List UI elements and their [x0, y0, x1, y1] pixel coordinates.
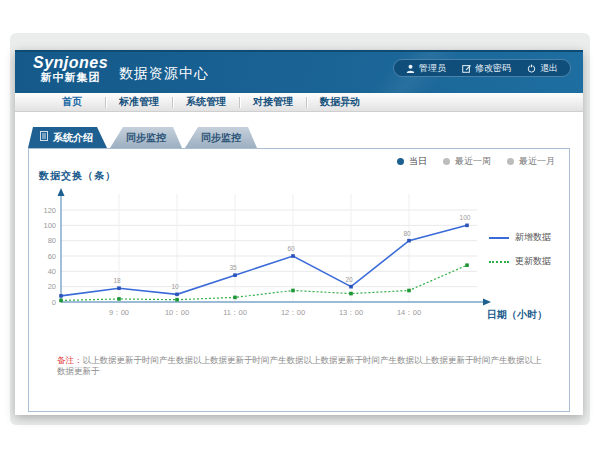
svg-text:20: 20 [345, 276, 353, 283]
tab-sync-monitor-2[interactable]: 同步监控 [185, 127, 257, 148]
svg-text:9：00: 9：00 [109, 308, 129, 317]
company-logo: Synjones 新中新集团 [33, 55, 108, 83]
tab-bar: 系统介绍 同步监控 同步监控 [28, 127, 257, 148]
range-filter-group: 当日 最近一周 最近一月 [397, 155, 555, 168]
nav-item-system-mgmt[interactable]: 系统管理 [173, 95, 239, 109]
svg-text:14：00: 14：00 [397, 308, 421, 317]
logout-button[interactable]: 退出 [527, 62, 558, 75]
tab-sync-monitor-1[interactable]: 同步监控 [110, 127, 182, 148]
app-window: Synjones 新中新集团 数据资源中心 管理员 修改密码 退出 [15, 50, 583, 415]
footnote-text: 以上数据更新于时间产生数据以上数据更新于时间产生数据以上数据更新于时间产生数据以… [57, 355, 542, 376]
svg-text:100: 100 [43, 221, 56, 230]
footnote-prefix: 备注： [57, 355, 83, 365]
power-icon [527, 64, 536, 73]
nav-item-interface-mgmt[interactable]: 对接管理 [240, 95, 306, 109]
radio-dot-icon [507, 158, 514, 165]
legend-new-data-label: 新增数据 [515, 231, 551, 244]
nav-item-home[interactable]: 首页 [39, 95, 105, 109]
svg-text:60: 60 [48, 252, 56, 261]
svg-text:60: 60 [287, 245, 295, 252]
nav-item-standard-mgmt[interactable]: 标准管理 [106, 95, 172, 109]
chart-panel: 0204060801001209：0010：0011：0012：0013：001… [28, 148, 570, 412]
change-password-button[interactable]: 修改密码 [462, 62, 511, 75]
app-header: Synjones 新中新集团 数据资源中心 管理员 修改密码 退出 [15, 50, 583, 93]
admin-user-button[interactable]: 管理员 [406, 62, 446, 75]
tab-system-intro[interactable]: 系统介绍 [28, 127, 107, 148]
main-navbar: 首页 标准管理 系统管理 对接管理 数据异动 [15, 93, 583, 112]
svg-text:11：00: 11：00 [223, 308, 247, 317]
dotted-line-swatch-icon [489, 261, 509, 263]
svg-text:80: 80 [48, 236, 56, 245]
svg-text:80: 80 [403, 230, 411, 237]
radio-last-week[interactable]: 最近一周 [443, 155, 491, 168]
footnote: 备注：以上数据更新于时间产生数据以上数据更新于时间产生数据以上数据更新于时间产生… [57, 355, 549, 377]
radio-today[interactable]: 当日 [397, 155, 427, 168]
svg-text:0: 0 [52, 298, 56, 307]
logo-text-en: Synjones [33, 55, 108, 72]
edit-icon [462, 64, 471, 73]
change-password-label: 修改密码 [475, 62, 511, 75]
radio-last-month[interactable]: 最近一月 [507, 155, 555, 168]
svg-text:100: 100 [460, 214, 471, 221]
svg-text:35: 35 [229, 264, 237, 271]
logout-label: 退出 [540, 62, 558, 75]
radio-dot-icon [443, 158, 450, 165]
logo-text-cn: 新中新集团 [33, 72, 108, 84]
radio-last-month-label: 最近一月 [519, 155, 555, 168]
svg-text:18: 18 [113, 277, 121, 284]
page-title: 数据资源中心 [119, 65, 209, 83]
svg-text:120: 120 [43, 206, 56, 215]
user-actions-pill: 管理员 修改密码 退出 [393, 59, 571, 77]
svg-text:12：00: 12：00 [281, 308, 305, 317]
chart-legend: 新增数据 更新数据 [489, 231, 551, 268]
svg-text:13：00: 13：00 [339, 308, 363, 317]
legend-update-data-label: 更新数据 [515, 255, 551, 268]
radio-dot-icon [397, 158, 404, 165]
tab-label: 系统介绍 [53, 127, 93, 148]
radio-today-label: 当日 [409, 155, 427, 168]
user-icon [406, 64, 415, 73]
legend-update-data[interactable]: 更新数据 [489, 255, 551, 268]
content-area: 系统介绍 同步监控 同步监控 0204060801001209：0010：001… [15, 112, 583, 415]
svg-text:10: 10 [171, 283, 179, 290]
svg-text:20: 20 [48, 282, 56, 291]
radio-last-week-label: 最近一周 [455, 155, 491, 168]
svg-text:40: 40 [48, 267, 56, 276]
legend-new-data[interactable]: 新增数据 [489, 231, 551, 244]
svg-text:10：00: 10：00 [165, 308, 189, 317]
admin-user-label: 管理员 [419, 62, 446, 75]
line-swatch-icon [489, 237, 509, 239]
nav-item-data-change[interactable]: 数据异动 [307, 95, 373, 109]
document-icon [40, 127, 48, 148]
svg-text:日期（小时）: 日期（小时） [487, 309, 547, 320]
y-axis-title: 数据交换（条） [39, 169, 116, 183]
